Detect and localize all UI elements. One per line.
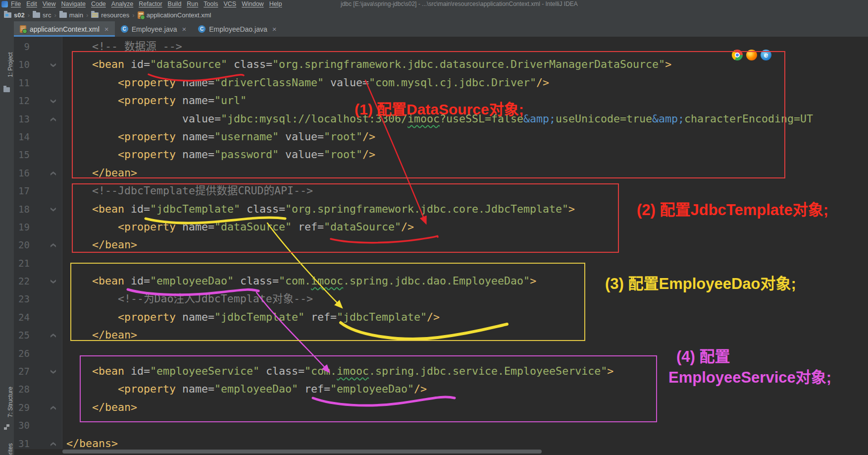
navigation-bar: s02›src›main›resources›applicationContex… bbox=[0, 8, 868, 22]
breadcrumb-item[interactable]: applicationContext.xml bbox=[138, 11, 211, 19]
menu-item-file[interactable]: File bbox=[11, 0, 21, 8]
fold-marker-up[interactable] bbox=[51, 171, 56, 175]
breadcrumb-item[interactable]: src bbox=[33, 11, 51, 19]
menu-item-vcs[interactable]: VCS bbox=[223, 0, 236, 8]
code-segment: > bbox=[607, 365, 613, 377]
code-line[interactable]: <bean id="jdbcTemplate" class="org.sprin… bbox=[66, 200, 868, 218]
code-line[interactable] bbox=[66, 254, 868, 272]
gutter-row: 21 bbox=[14, 254, 62, 272]
breadcrumb-item[interactable]: resources bbox=[91, 11, 129, 19]
code-line[interactable] bbox=[66, 416, 868, 434]
spring-xml-icon bbox=[20, 25, 26, 33]
sidebar-item-structure[interactable]: 7: Structure bbox=[0, 382, 14, 422]
line-number: 20 bbox=[14, 236, 30, 254]
tab-applicationContext.xml[interactable]: applicationContext.xml× bbox=[14, 21, 115, 37]
menu-item-view[interactable]: View bbox=[43, 0, 56, 8]
line-number: 19 bbox=[14, 218, 30, 236]
code-line[interactable]: <property name="jdbcTemplate" ref="jdbcT… bbox=[66, 308, 868, 326]
code-line[interactable]: <property name="password" value="root"/> bbox=[66, 146, 868, 164]
code-segment: imooc bbox=[408, 113, 440, 125]
sidebar-item-project[interactable]: 1: Project bbox=[0, 45, 14, 85]
fold-marker-down[interactable] bbox=[51, 370, 56, 374]
code-segment: > bbox=[530, 275, 536, 287]
code-segment: /> bbox=[362, 148, 375, 161]
code-line[interactable]: <property name="username" value="root"/> bbox=[66, 128, 868, 146]
code-line[interactable]: </beans> bbox=[66, 435, 868, 449]
fold-marker-down[interactable] bbox=[51, 208, 56, 212]
chrome-icon[interactable] bbox=[732, 50, 743, 60]
breadcrumb-item[interactable]: s02 bbox=[4, 11, 25, 19]
code-segment: /> bbox=[427, 311, 440, 323]
close-icon[interactable]: × bbox=[272, 25, 277, 33]
line-number: 27 bbox=[14, 362, 30, 380]
scrollbar-thumb[interactable] bbox=[62, 450, 542, 454]
code-editor[interactable]: 9101112131415161718192021222324252627282… bbox=[14, 37, 868, 449]
line-number: 28 bbox=[14, 380, 30, 398]
code-line[interactable]: <property name="dataSource" ref="dataSou… bbox=[66, 218, 868, 236]
code-line[interactable]: </bean> bbox=[66, 236, 868, 254]
code-segment: &amp; bbox=[652, 113, 684, 125]
code-segment: ref= bbox=[298, 221, 324, 233]
fold-marker-up[interactable] bbox=[51, 117, 56, 121]
code-segment: name= bbox=[182, 130, 214, 143]
fold-marker-up[interactable] bbox=[51, 442, 56, 446]
menu-item-window[interactable]: Window bbox=[242, 0, 263, 8]
menu-item-build[interactable]: Build bbox=[168, 0, 182, 8]
code-line[interactable]: <!--JdbcTemplate提供数据CRUD的API--> bbox=[66, 182, 868, 200]
close-icon[interactable]: × bbox=[182, 25, 186, 33]
code-segment: useUnicode=true bbox=[556, 113, 652, 125]
fold-marker-down[interactable] bbox=[51, 280, 56, 284]
gutter-row: 29 bbox=[14, 398, 62, 416]
folder-icon bbox=[59, 12, 67, 18]
code-area[interactable]: <!-- 数据源 --> <bean id="dataSource" class… bbox=[62, 37, 868, 449]
menu-item-help[interactable]: Help bbox=[269, 0, 282, 8]
code-segment: "dataSource" bbox=[150, 58, 227, 70]
code-line[interactable]: <bean id="employeeService" class="com.im… bbox=[66, 362, 868, 380]
code-segment: &amp; bbox=[523, 113, 556, 125]
fold-marker-down[interactable] bbox=[51, 99, 56, 103]
code-line[interactable]: </bean> bbox=[66, 398, 868, 416]
gutter-row: 12 bbox=[14, 92, 62, 110]
tab-label: applicationContext.xml bbox=[30, 25, 100, 33]
code-line[interactable]: <property name="employeeDao" ref="employ… bbox=[66, 380, 868, 398]
code-line[interactable]: </bean> bbox=[66, 164, 868, 182]
code-line[interactable] bbox=[66, 344, 868, 362]
tab-Employee.java[interactable]: CEmployee.java× bbox=[115, 21, 193, 37]
code-line[interactable]: <bean id="employeeDao" class="com.imooc.… bbox=[66, 272, 868, 290]
menu-item-analyze[interactable]: Analyze bbox=[111, 0, 133, 8]
code-segment: <property bbox=[66, 221, 182, 233]
code-segment bbox=[279, 148, 285, 161]
fold-marker-up[interactable] bbox=[51, 406, 56, 410]
code-line[interactable]: </bean> bbox=[66, 326, 868, 344]
menu-item-code[interactable]: Code bbox=[91, 0, 106, 8]
firefox-icon[interactable] bbox=[746, 50, 757, 60]
code-line[interactable]: value="jdbc:mysql://localhost:3306/imooc… bbox=[66, 110, 868, 128]
breadcrumb-separator: › bbox=[54, 11, 56, 19]
code-line[interactable]: <property name="url" bbox=[66, 92, 868, 110]
code-segment: "driverClassName" bbox=[214, 76, 324, 89]
code-line[interactable]: <property name="driverClassName" value="… bbox=[66, 74, 868, 92]
sidebar-item-favorites[interactable]: 2: Favorites bbox=[0, 440, 14, 455]
code-segment: name= bbox=[182, 76, 214, 89]
fold-marker-up[interactable] bbox=[51, 243, 56, 247]
fold-marker-up[interactable] bbox=[51, 334, 56, 338]
edge-icon[interactable]: e bbox=[761, 50, 771, 60]
tab-label: Employee.java bbox=[132, 25, 177, 33]
menu-item-run[interactable]: Run bbox=[187, 0, 198, 8]
line-number: 13 bbox=[14, 110, 30, 128]
fold-marker-down[interactable] bbox=[51, 63, 56, 67]
code-segment bbox=[227, 58, 234, 70]
breadcrumb-item[interactable]: main bbox=[59, 11, 83, 19]
close-icon[interactable]: × bbox=[104, 25, 109, 33]
gutter-row: 31 bbox=[14, 435, 62, 449]
editor-tab-bar: applicationContext.xml×CEmployee.java×CE… bbox=[14, 21, 868, 37]
code-segment: <property bbox=[66, 148, 182, 161]
menu-item-edit[interactable]: Edit bbox=[26, 0, 37, 8]
menu-item-navigate[interactable]: Navigate bbox=[61, 0, 86, 8]
code-line[interactable]: <!--为Dao注入JdbcTemplate对象--> bbox=[66, 290, 868, 308]
code-segment bbox=[240, 203, 247, 215]
menu-item-refactor[interactable]: Refactor bbox=[139, 0, 162, 8]
menu-item-tools[interactable]: Tools bbox=[204, 0, 218, 8]
gutter-row: 28 bbox=[14, 380, 62, 398]
tab-EmployeeDao.java[interactable]: CEmployeeDao.java× bbox=[192, 21, 282, 37]
